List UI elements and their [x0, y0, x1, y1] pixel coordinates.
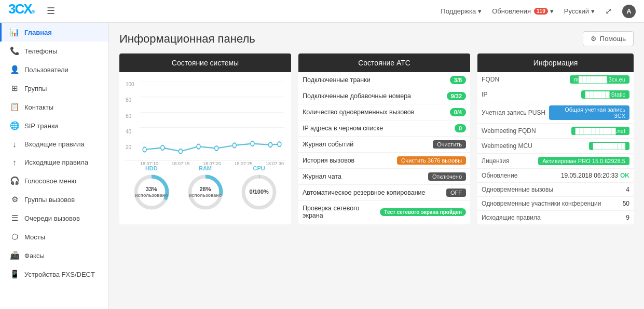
- firewall-badge: Тест сетевого экрана пройден: [380, 208, 466, 216]
- fxs-icon: 📱: [10, 270, 19, 279]
- hamburger-menu[interactable]: ☰: [47, 5, 55, 17]
- sidebar-item-home[interactable]: 📊 Главная: [0, 23, 108, 42]
- wm-mcu-label: Webmeeting MCU: [482, 142, 532, 150]
- info-card: Информация FQDN m███████.3cx.eu IP █████…: [477, 53, 634, 224]
- groups-icon: ⊞: [10, 84, 19, 93]
- logo: 3CX®: [8, 1, 34, 21]
- sidebar-item-fxs[interactable]: 📱 Устройства FXS/DECT: [0, 265, 108, 284]
- language-menu[interactable]: Русский ▾: [564, 7, 595, 15]
- info-row-wm-fqdn: Webmeeting FQDN ██████████.net: [477, 124, 634, 139]
- update-label: Обновление: [482, 172, 528, 179]
- sidebar-label: Входящие правила: [24, 140, 85, 148]
- sidebar-label: Мосты: [24, 233, 45, 241]
- svg-point-7: [161, 145, 165, 150]
- info-row-conf: Одновременные участники конференции 50: [477, 197, 634, 211]
- cpu-gauge-circle: 0/100%: [240, 173, 278, 211]
- sidebar-label: Главная: [24, 29, 52, 36]
- sidebar-item-callgroups[interactable]: ⚙ Группы вызовов: [0, 190, 108, 209]
- blacklist-badge: 0: [455, 124, 466, 132]
- extensions-badge: 9/32: [447, 92, 466, 100]
- outbound-rules-value: 9: [626, 214, 629, 221]
- gauge-row: HDD 33% использовано: [125, 160, 286, 213]
- contacts-icon: 📋: [10, 102, 19, 112]
- info-row-update: Обновление 19.05.2018 06:20:33 OK: [477, 169, 634, 183]
- svg-point-12: [251, 141, 254, 146]
- atc-row-chatlog: Журнал чата Отключено: [298, 169, 470, 185]
- sidebar-label: Контакты: [24, 103, 53, 111]
- sidebar-item-users[interactable]: 👤 Пользователи: [0, 60, 108, 79]
- fqdn-label: FQDN: [482, 76, 528, 83]
- eventlog-badge[interactable]: Очистить: [433, 140, 466, 149]
- ivr-icon: 🎧: [10, 176, 19, 185]
- atc-status-body: Подключенные транки 3/8 Подключенные доб…: [298, 72, 470, 223]
- inbound-icon: ↓: [10, 140, 19, 149]
- svg-point-6: [143, 147, 146, 152]
- ram-gauge-circle: 28% использовано: [187, 173, 224, 211]
- sidebar-item-outbound[interactable]: ↑ Исходящие правила: [0, 153, 108, 171]
- sidebar-item-inbound[interactable]: ↓ Входящие правила: [0, 135, 108, 153]
- info-row-license: Лицензия Активирован PRO 15.0.62928.5: [477, 154, 634, 169]
- atc-row-extensions: Подключенные добавочные номера 9/32: [298, 88, 470, 104]
- info-row-push: Учетная запись PUSH Общая учетная запись…: [477, 102, 634, 124]
- push-label: Учетная запись PUSH: [482, 109, 545, 116]
- sidebar-item-contacts[interactable]: 📋 Контакты: [0, 98, 108, 116]
- sidebar-item-phones[interactable]: 📞 Телефоны: [0, 42, 108, 60]
- sidebar-label: Телефоны: [24, 47, 57, 55]
- sidebar-item-ivr[interactable]: 🎧 Голосовое меню: [0, 171, 108, 190]
- license-value: Активирован PRO 15.0.62928.5: [538, 157, 629, 165]
- svg-point-10: [215, 146, 218, 151]
- queues-icon: ☰: [10, 213, 19, 223]
- outbound-icon: ↑: [10, 158, 19, 167]
- help-button[interactable]: ⚙ Помощь: [583, 31, 634, 46]
- svg-point-9: [197, 144, 200, 149]
- cpu-gauge: CPU 0/100%: [240, 165, 278, 211]
- info-row-wm-mcu: Webmeeting MCU ████████: [477, 139, 634, 154]
- sim-calls-label: Одновременные вызовы: [482, 186, 553, 193]
- sidebar-label: Устройства FXS/DECT: [24, 271, 95, 278]
- sidebar-label: Голосовое меню: [24, 177, 76, 185]
- page-title: Информационная панель: [119, 32, 255, 46]
- trunks-badge: 3/8: [450, 76, 466, 84]
- chevron-down-icon: ▾: [550, 7, 554, 15]
- atc-row-blacklist: IP адреса в черном списке 0: [298, 120, 470, 137]
- sidebar-label: SIP транки: [24, 122, 58, 130]
- sidebar-item-bridges[interactable]: ⬡ Мосты: [0, 227, 108, 246]
- wm-mcu-value: ████████: [589, 142, 629, 150]
- cards-row: Состояние системы 100 80 60 40 20: [119, 53, 634, 224]
- system-status-body: 100 80 60 40 20: [119, 72, 291, 218]
- topbar-right: Поддержка ▾ Обновления 119 ▾ Русский ▾ ⤢…: [441, 5, 636, 18]
- hdd-gauge-circle: 33% использовано: [133, 173, 170, 211]
- main-layout: 📊 Главная 📞 Телефоны 👤 Пользователи ⊞ Гр…: [0, 23, 644, 309]
- system-status-header: Состояние системы: [119, 53, 291, 72]
- sidebar-label: Факсы: [24, 252, 45, 260]
- atc-row-callhistory: История вызовов Очистить 3676 вызовы: [298, 153, 470, 169]
- sidebar-label: Очереди вызовов: [24, 214, 80, 222]
- sidebar-item-sip[interactable]: 🌐 SIP транки: [0, 116, 108, 135]
- system-status-card: Состояние системы 100 80 60 40 20: [119, 53, 291, 224]
- atc-row-backup: Автоматическое резервное копирование OFF: [298, 185, 470, 201]
- sidebar-item-queues[interactable]: ☰ Очереди вызовов: [0, 209, 108, 227]
- sip-icon: 🌐: [10, 121, 19, 130]
- support-menu[interactable]: Поддержка ▾: [441, 7, 482, 15]
- phone-icon: 📞: [10, 46, 19, 56]
- system-chart: [140, 82, 284, 158]
- user-button[interactable]: A: [622, 5, 636, 18]
- expand-button[interactable]: ⤢: [605, 6, 612, 16]
- user-icon: 👤: [10, 65, 19, 74]
- ram-gauge: RAM 28% использовано: [187, 165, 224, 211]
- atc-status-header: Состояние АТС: [298, 53, 470, 72]
- outbound-rules-label: Исходящие правила: [482, 214, 541, 221]
- sidebar: 📊 Главная 📞 Телефоны 👤 Пользователи ⊞ Гр…: [0, 23, 109, 309]
- atc-row-firewall: Проверка сетевого экрана Тест сетевого э…: [298, 201, 470, 223]
- sim-calls-value: 4: [626, 186, 629, 193]
- sidebar-item-groups[interactable]: ⊞ Группы: [0, 79, 108, 98]
- conf-label: Одновременные участники конференции: [482, 200, 601, 207]
- sidebar-label: Пользователи: [24, 66, 68, 74]
- svg-point-11: [232, 143, 236, 147]
- info-row-ip: IP ██████ Static: [477, 87, 634, 102]
- updates-menu[interactable]: Обновления 119 ▾: [492, 7, 554, 15]
- callhistory-badge[interactable]: Очистить 3676 вызовы: [397, 156, 466, 165]
- sidebar-item-fax[interactable]: 📠 Факсы: [0, 246, 108, 265]
- chevron-down-icon: ▾: [591, 7, 595, 15]
- hdd-gauge: HDD 33% использовано: [133, 165, 170, 211]
